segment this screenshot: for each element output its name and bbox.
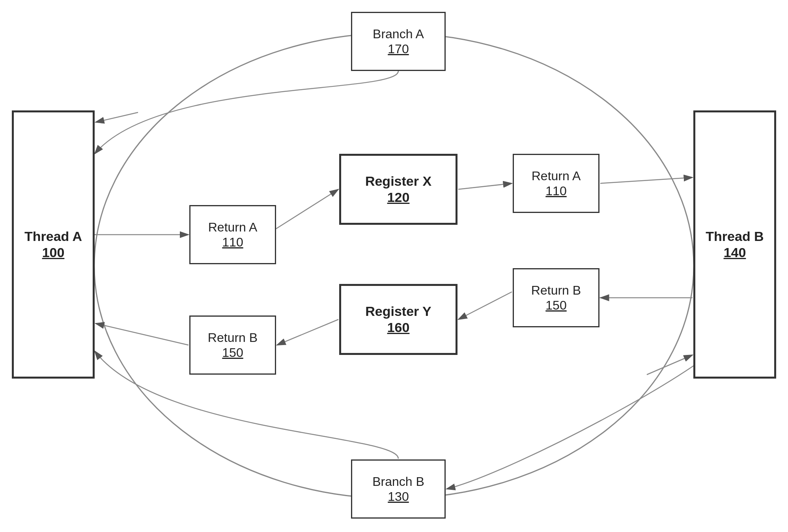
thread-b-label: Thread B [706, 228, 764, 245]
return-b-right-box: Return B 150 [513, 268, 599, 327]
branch-a-number: 170 [388, 41, 409, 56]
register-y-box: Register Y 160 [339, 284, 457, 355]
register-x-box: Register X 120 [339, 154, 457, 225]
return-a-right-box: Return A 110 [513, 154, 599, 213]
diagram: Thread A 100 Thread B 140 Register X 120… [0, 0, 788, 532]
thread-b-box: Thread B 140 [693, 110, 776, 379]
return-b-left-number: 150 [222, 345, 243, 360]
register-y-label: Register Y [365, 303, 431, 319]
branch-a-box: Branch A 170 [351, 12, 446, 71]
branch-a-label: Branch A [373, 26, 424, 41]
svg-point-1 [94, 33, 694, 498]
return-b-left-box: Return B 150 [189, 315, 276, 375]
return-a-left-number: 110 [222, 235, 243, 250]
register-x-number: 120 [387, 189, 410, 205]
branch-b-number: 130 [388, 489, 409, 504]
return-a-left-box: Return A 110 [189, 205, 276, 264]
return-b-right-label: Return B [531, 283, 581, 298]
thread-b-number: 140 [724, 245, 746, 261]
thread-a-box: Thread A 100 [12, 110, 95, 379]
return-a-left-label: Return A [208, 220, 258, 235]
branch-b-box: Branch B 130 [351, 459, 446, 519]
return-a-right-label: Return A [532, 168, 581, 183]
diagram-svg [0, 0, 788, 532]
register-x-label: Register X [365, 173, 431, 189]
return-b-right-number: 150 [545, 298, 566, 313]
register-y-number: 160 [387, 319, 410, 336]
return-b-left-label: Return B [208, 330, 258, 345]
branch-b-label: Branch B [372, 474, 424, 489]
thread-a-label: Thread A [24, 228, 82, 245]
return-a-right-number: 110 [545, 183, 566, 198]
thread-a-number: 100 [42, 245, 65, 261]
